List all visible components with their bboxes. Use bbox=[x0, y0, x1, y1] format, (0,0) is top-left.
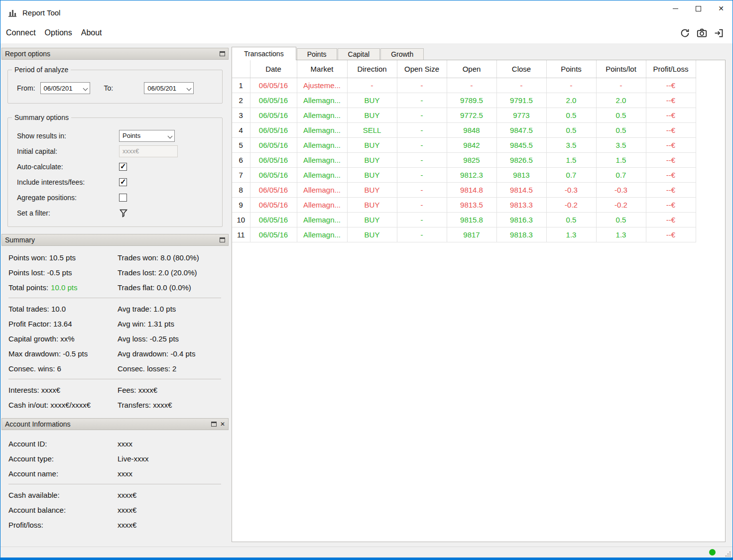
column-header-points[interactable]: Points bbox=[546, 60, 596, 78]
cell-market[interactable]: Allemagn... bbox=[297, 197, 347, 212]
cell-points-lot[interactable]: 0.5 bbox=[596, 108, 646, 122]
cell-profit-loss[interactable]: --€ bbox=[646, 137, 696, 152]
cell-market[interactable]: Ajusteme... bbox=[297, 78, 347, 93]
from-date-combobox[interactable]: 06/05/201 bbox=[40, 82, 90, 94]
cell-date[interactable]: 06/05/16 bbox=[250, 108, 297, 122]
cell-market[interactable]: Allemagn... bbox=[297, 108, 347, 122]
column-header-points-lot[interactable]: Points/lot bbox=[596, 60, 646, 78]
cell-points[interactable]: -0.3 bbox=[546, 182, 596, 197]
cell-close[interactable]: 9813 bbox=[496, 167, 546, 182]
table-row[interactable]: 306/05/16Allemagn...BUY-9772.597730.50.5… bbox=[232, 108, 696, 122]
cell-points[interactable]: 1.5 bbox=[546, 152, 596, 167]
cell-open[interactable]: 9814.8 bbox=[447, 182, 496, 197]
table-row[interactable]: 206/05/16Allemagn...BUY-9789.59791.52.02… bbox=[232, 93, 696, 108]
cell-open[interactable]: 9772.5 bbox=[447, 108, 496, 122]
cell-date[interactable]: 06/05/16 bbox=[250, 167, 297, 182]
resize-grip-icon[interactable] bbox=[725, 551, 732, 558]
cell-close[interactable]: 9814.5 bbox=[496, 182, 546, 197]
cell-profit-loss[interactable]: --€ bbox=[646, 227, 696, 242]
cell-points[interactable]: 2.0 bbox=[546, 93, 596, 108]
cell-points[interactable]: 0.5 bbox=[546, 108, 596, 122]
close-panel-icon[interactable]: ✕ bbox=[220, 421, 225, 427]
cell-points-lot[interactable]: 1.5 bbox=[596, 152, 646, 167]
cell-profit-loss[interactable]: --€ bbox=[646, 93, 696, 108]
cell-date[interactable]: 06/05/16 bbox=[250, 152, 297, 167]
column-header-close[interactable]: Close bbox=[496, 60, 546, 78]
cell-date[interactable]: 06/05/16 bbox=[250, 197, 297, 212]
cell-direction[interactable]: SELL bbox=[347, 122, 397, 137]
cell-profit-loss[interactable]: --€ bbox=[646, 182, 696, 197]
close-button[interactable]: ✕ bbox=[710, 0, 733, 16]
tab-points[interactable]: Points bbox=[297, 48, 337, 60]
cell-market[interactable]: Allemagn... bbox=[297, 93, 347, 108]
cell-open-size[interactable]: - bbox=[397, 108, 447, 122]
include-interests-checkbox[interactable] bbox=[119, 178, 127, 186]
cell-open-size[interactable]: - bbox=[397, 212, 447, 227]
cell-points[interactable]: 1.3 bbox=[546, 227, 596, 242]
cell-market[interactable]: Allemagn... bbox=[297, 122, 347, 137]
cell-direction[interactable]: BUY bbox=[347, 108, 397, 122]
cell-date[interactable]: 06/05/16 bbox=[250, 137, 297, 152]
minimize-button[interactable] bbox=[664, 0, 687, 16]
cell-open[interactable]: 9813.5 bbox=[447, 197, 496, 212]
show-results-combobox[interactable]: Points bbox=[119, 130, 175, 142]
cell-close[interactable]: - bbox=[496, 78, 546, 93]
cell-direction[interactable]: - bbox=[347, 78, 397, 93]
column-header-profit-loss[interactable]: Profit/Loss bbox=[646, 60, 696, 78]
cell-date[interactable]: 06/05/16 bbox=[250, 182, 297, 197]
cell-close[interactable]: 9847.5 bbox=[496, 122, 546, 137]
cell-open-size[interactable]: - bbox=[397, 78, 447, 93]
cell-direction[interactable]: BUY bbox=[347, 152, 397, 167]
refresh-icon[interactable] bbox=[679, 27, 691, 39]
to-date-combobox[interactable]: 06/05/201 bbox=[144, 82, 194, 94]
cell-profit-loss[interactable]: --€ bbox=[646, 152, 696, 167]
cell-open[interactable]: 9842 bbox=[447, 137, 496, 152]
export-icon[interactable] bbox=[713, 27, 725, 39]
cell-direction[interactable]: BUY bbox=[347, 227, 397, 242]
cell-profit-loss[interactable]: --€ bbox=[646, 197, 696, 212]
cell-points[interactable]: 3.5 bbox=[546, 137, 596, 152]
column-header-open[interactable]: Open bbox=[447, 60, 496, 78]
cell-open[interactable]: 9817 bbox=[447, 227, 496, 242]
cell-open-size[interactable]: - bbox=[397, 167, 447, 182]
cell-points-lot[interactable]: -0.3 bbox=[596, 182, 646, 197]
cell-date[interactable]: 06/05/16 bbox=[250, 227, 297, 242]
cell-date[interactable]: 06/05/16 bbox=[250, 122, 297, 137]
cell-direction[interactable]: BUY bbox=[347, 182, 397, 197]
cell-date[interactable]: 06/05/16 bbox=[250, 212, 297, 227]
cell-market[interactable]: Allemagn... bbox=[297, 182, 347, 197]
table-row[interactable]: 706/05/16Allemagn...BUY-9812.398130.70.7… bbox=[232, 167, 696, 182]
table-row[interactable]: 106/05/16Ajusteme...--------€ bbox=[232, 78, 696, 93]
table-row[interactable]: 906/05/16Allemagn...BUY-9813.59813.3-0.2… bbox=[232, 197, 696, 212]
maximize-button[interactable] bbox=[687, 0, 710, 16]
cell-close[interactable]: 9773 bbox=[496, 108, 546, 122]
cell-open[interactable]: - bbox=[447, 78, 496, 93]
cell-close[interactable]: 9818.3 bbox=[496, 227, 546, 242]
tab-capital[interactable]: Capital bbox=[338, 48, 380, 60]
tab-transactions[interactable]: Transactions bbox=[232, 47, 296, 60]
cell-points-lot[interactable]: 1.3 bbox=[596, 227, 646, 242]
cell-profit-loss[interactable]: --€ bbox=[646, 122, 696, 137]
column-header-open-size[interactable]: Open Size bbox=[397, 60, 447, 78]
cell-open-size[interactable]: - bbox=[397, 227, 447, 242]
table-row[interactable]: 1106/05/16Allemagn...BUY-98179818.31.31.… bbox=[232, 227, 696, 242]
cell-open[interactable]: 9789.5 bbox=[447, 93, 496, 108]
cell-direction[interactable]: BUY bbox=[347, 137, 397, 152]
cell-points[interactable]: 0.5 bbox=[546, 212, 596, 227]
cell-points[interactable]: -0.2 bbox=[546, 197, 596, 212]
cell-points-lot[interactable]: 0.7 bbox=[596, 167, 646, 182]
cell-open[interactable]: 9825 bbox=[447, 152, 496, 167]
cell-profit-loss[interactable]: --€ bbox=[646, 78, 696, 93]
float-panel-icon[interactable] bbox=[220, 237, 225, 242]
cell-open-size[interactable]: - bbox=[397, 182, 447, 197]
cell-close[interactable]: 9791.5 bbox=[496, 93, 546, 108]
cell-direction[interactable]: BUY bbox=[347, 93, 397, 108]
cell-open[interactable]: 9812.3 bbox=[447, 167, 496, 182]
cell-open-size[interactable]: - bbox=[397, 122, 447, 137]
cell-close[interactable]: 9845.5 bbox=[496, 137, 546, 152]
column-header-date[interactable]: Date bbox=[250, 60, 297, 78]
cell-points[interactable]: 0.5 bbox=[546, 122, 596, 137]
cell-profit-loss[interactable]: --€ bbox=[646, 108, 696, 122]
cell-market[interactable]: Allemagn... bbox=[297, 167, 347, 182]
column-header-market[interactable]: Market bbox=[297, 60, 347, 78]
